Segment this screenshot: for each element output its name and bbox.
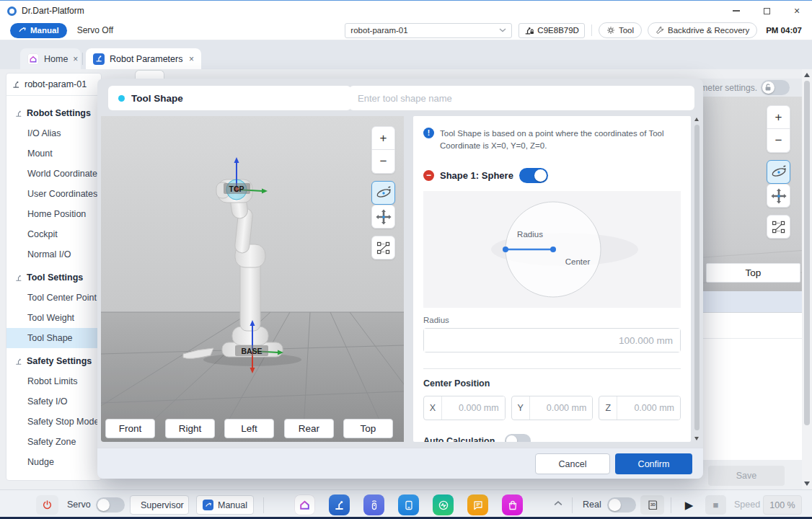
bg-zoom-in-button[interactable]: +: [767, 105, 790, 129]
tab-robot-parameters[interactable]: Robot Parameters ×: [86, 48, 201, 69]
tab-home-close-icon[interactable]: ×: [73, 55, 78, 63]
center-z-box: Z: [599, 396, 681, 420]
bottombar: Servo Supervisor Manual: [0, 489, 812, 519]
manual-mode-button[interactable]: Manual: [10, 23, 67, 38]
main-content: robot-param-01 Robot Settings I/O Alias …: [0, 69, 812, 489]
dock-tablet-app-icon[interactable]: [398, 494, 419, 515]
center-position-fields: X Y Z: [423, 396, 681, 420]
cancel-button[interactable]: Cancel: [535, 453, 610, 474]
view-top-button[interactable]: Top: [343, 419, 393, 438]
simulator-button[interactable]: 3D: [640, 495, 664, 515]
bg-pan-tool-button[interactable]: [767, 184, 790, 208]
tool-shape-name-input[interactable]: [349, 86, 694, 110]
measure-tool-button[interactable]: [371, 236, 395, 260]
sidebar-item-safety-zone[interactable]: Safety Zone: [6, 432, 101, 452]
view-right-button[interactable]: Right: [165, 419, 215, 438]
mode-dropdown[interactable]: Manual: [196, 495, 254, 515]
sidebar-item-io-alias[interactable]: I/O Alias: [6, 123, 101, 143]
zoom-out-button[interactable]: −: [371, 150, 395, 174]
view-rear-button[interactable]: Rear: [284, 419, 334, 438]
sidebar-item-tool-center-point[interactable]: Tool Center Point: [6, 288, 101, 308]
sidebar-item-cockpit[interactable]: Cockpit: [6, 224, 101, 244]
tab-home[interactable]: Home ×: [20, 48, 81, 69]
servo-label: Servo: [67, 500, 91, 510]
bg-view-top-button[interactable]: Top: [706, 263, 800, 283]
view-left-button[interactable]: Left: [224, 419, 274, 438]
stop-icon: ■: [713, 500, 719, 510]
panel-scrollbar[interactable]: [694, 116, 700, 442]
sidebar-header: robot-param-01: [6, 74, 101, 96]
tab-robot-parameters-label: Robot Parameters: [110, 54, 182, 64]
z-axis-label: Z: [599, 396, 617, 420]
pan-icon: [770, 187, 787, 205]
dock-collapse-button[interactable]: [554, 500, 562, 506]
minimize-button[interactable]: [721, 1, 751, 21]
center-x-input[interactable]: [442, 396, 505, 420]
sidebar-item-user-coordinates[interactable]: User Coordinates: [6, 184, 101, 204]
remove-shape-icon[interactable]: −: [423, 170, 434, 181]
tool-label: Tool: [619, 26, 634, 35]
maximize-button[interactable]: [751, 1, 782, 21]
3d-book-icon: 3D: [646, 499, 659, 512]
scroll-down-arrow-icon[interactable]: [804, 482, 810, 486]
bg-zoom-out-button[interactable]: −: [767, 129, 790, 153]
dock-monitoring-app-icon[interactable]: [433, 494, 454, 515]
radius-input[interactable]: [424, 329, 680, 352]
sidebar-item-world-coordinates[interactable]: World Coordinates: [6, 164, 101, 184]
shape-enable-toggle[interactable]: [519, 168, 548, 183]
center-y-input[interactable]: [530, 396, 593, 420]
dock-home-app-icon[interactable]: [294, 494, 315, 515]
preset-select[interactable]: robot-param-01: [345, 23, 512, 38]
center-z-input[interactable]: [617, 396, 680, 420]
scroll-down-arrow-icon[interactable]: [694, 437, 699, 440]
tab-robot-parameters-close-icon[interactable]: ×: [189, 55, 194, 63]
power-button[interactable]: [36, 495, 58, 515]
sidebar-item-nudge[interactable]: Nudge: [6, 452, 101, 472]
y-axis-label: Y: [512, 396, 530, 420]
orbit-tool-button[interactable]: [371, 181, 395, 205]
view-front-button[interactable]: Front: [105, 419, 155, 438]
device-id-button[interactable]: C9E8B79D: [518, 23, 585, 38]
sidebar-item-robot-limits[interactable]: Robot Limits: [6, 371, 101, 391]
auto-calculation-toggle[interactable]: [505, 434, 531, 442]
role-value: Supervisor: [141, 500, 184, 510]
sidebar-item-home-position[interactable]: Home Position: [6, 204, 101, 224]
tool-button[interactable]: Tool: [599, 22, 642, 38]
real-toggle[interactable]: [607, 497, 636, 513]
pan-tool-button[interactable]: [371, 205, 395, 229]
sidebar-item-tool-shape[interactable]: Tool Shape: [6, 328, 101, 348]
robot-icon: [12, 80, 21, 89]
speed-value[interactable]: 100 %: [763, 495, 802, 515]
parameter-lock-toggle[interactable]: [761, 80, 790, 95]
sidebar-item-safety-io[interactable]: Safety I/O: [6, 391, 101, 412]
role-dropdown[interactable]: Supervisor: [130, 495, 189, 515]
dialog-3d-viewport[interactable]: BASE TCP + −: [101, 116, 404, 442]
close-button[interactable]: ×: [782, 1, 812, 21]
scroll-up-arrow-icon[interactable]: [804, 73, 810, 77]
dock-robot-app-icon[interactable]: [329, 494, 350, 515]
bg-orbit-tool-button[interactable]: [767, 160, 790, 184]
scroll-up-arrow-icon[interactable]: [694, 117, 699, 121]
save-button[interactable]: Save: [708, 466, 785, 486]
orbit-icon: [375, 185, 392, 202]
dock-remote-app-icon[interactable]: [363, 494, 384, 515]
scrollbar-thumb[interactable]: [804, 81, 810, 425]
tcp-label: TCP: [229, 185, 244, 193]
sidebar-item-normal-io[interactable]: Normal I/O: [6, 244, 101, 265]
play-button[interactable]: ▶: [679, 495, 700, 515]
backdrive-recovery-button[interactable]: Backdrive & Recovery: [648, 22, 757, 38]
servo-toggle[interactable]: [96, 497, 125, 513]
stop-button[interactable]: ■: [705, 495, 726, 515]
window-scrollbar[interactable]: [802, 69, 812, 489]
sidebar-item-safety-stop-modes[interactable]: Safety Stop Modes: [6, 412, 101, 432]
dock-message-app-icon[interactable]: [467, 494, 488, 515]
sidebar-item-tool-weight[interactable]: Tool Weight: [6, 308, 101, 328]
dock-store-app-icon[interactable]: [502, 494, 523, 515]
bg-measure-tool-button[interactable]: [767, 215, 790, 239]
zoom-in-button[interactable]: +: [371, 126, 395, 150]
diagram-radius-label: Radius: [517, 230, 543, 239]
confirm-button[interactable]: Confirm: [615, 453, 692, 474]
diagram-center-label: Center: [565, 257, 591, 266]
sidebar-item-mount[interactable]: Mount: [6, 143, 101, 164]
scrollbar-thumb[interactable]: [694, 125, 700, 430]
